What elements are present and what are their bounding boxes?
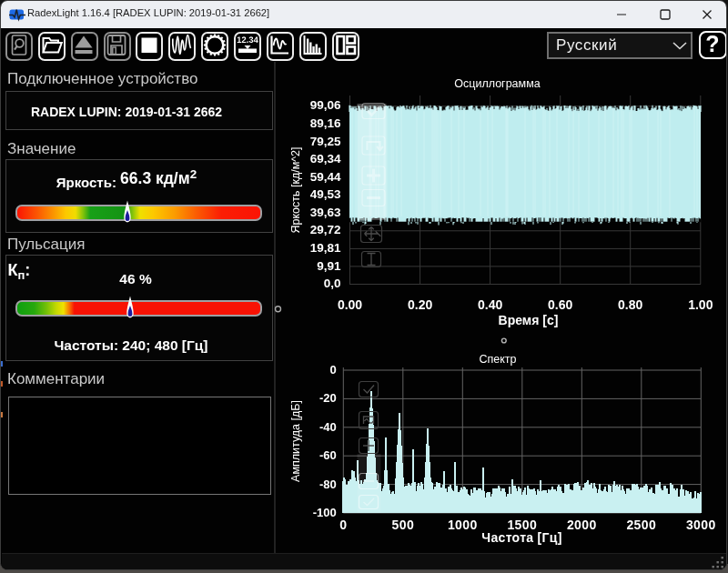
svg-text:-60: -60: [319, 448, 337, 462]
svg-text:2000: 2000: [567, 518, 597, 532]
svg-text:0: 0: [330, 363, 337, 377]
svg-text:0.40: 0.40: [478, 297, 502, 312]
svg-text:59,44: 59,44: [310, 170, 341, 184]
svg-text:-20: -20: [319, 391, 337, 405]
svg-text:0.80: 0.80: [618, 297, 642, 312]
svg-text:-100: -100: [313, 506, 337, 519]
svg-text:79,25: 79,25: [310, 135, 341, 148]
svg-text:2500: 2500: [626, 518, 656, 532]
svg-text:0.20: 0.20: [408, 297, 432, 312]
svg-text:-40: -40: [319, 420, 337, 434]
svg-text:Осциллограмма: Осциллограмма: [454, 77, 540, 90]
svg-text:1000: 1000: [448, 518, 478, 532]
svg-text:3000: 3000: [686, 518, 716, 532]
svg-text:89,16: 89,16: [310, 116, 341, 130]
svg-text:0.60: 0.60: [548, 297, 572, 312]
svg-text:29,72: 29,72: [310, 223, 341, 236]
svg-text:49,53: 49,53: [310, 187, 341, 201]
svg-text:-80: -80: [319, 478, 337, 491]
svg-text:9,91: 9,91: [317, 259, 341, 273]
svg-text:0,0: 0,0: [324, 276, 341, 290]
svg-text:0: 0: [339, 518, 347, 532]
svg-text:Спектр: Спектр: [479, 353, 516, 366]
svg-text:39,63: 39,63: [310, 206, 341, 219]
svg-text:0.00: 0.00: [338, 297, 362, 312]
svg-text:1.00: 1.00: [688, 297, 713, 312]
svg-text:Амплитуда [дБ]: Амплитуда [дБ]: [289, 400, 302, 482]
svg-text:69,34: 69,34: [310, 152, 341, 166]
svg-text:19,81: 19,81: [310, 241, 341, 255]
svg-text:500: 500: [392, 518, 415, 532]
svg-text:Яркость [кд/м^2]: Яркость [кд/м^2]: [289, 146, 302, 233]
svg-text:99,06: 99,06: [310, 98, 341, 112]
svg-text:Время [с]: Время [с]: [499, 313, 559, 327]
svg-text:Частота [Гц]: Частота [Гц]: [481, 530, 561, 545]
